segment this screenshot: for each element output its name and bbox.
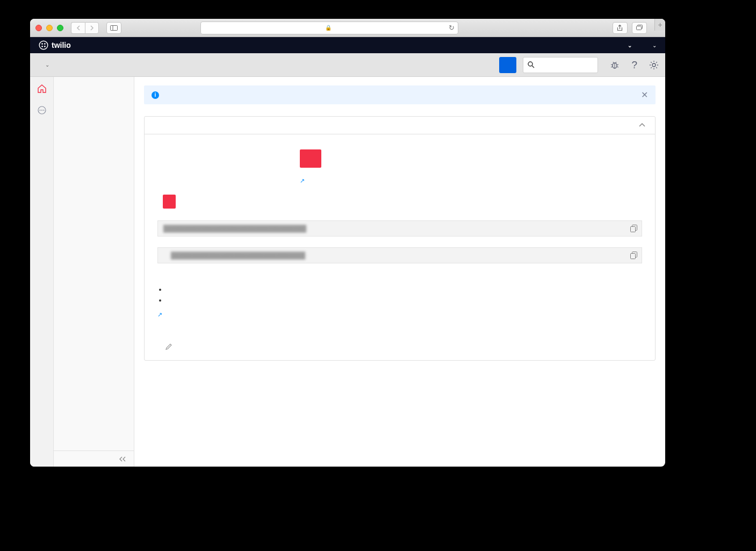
sidebar-item-dashboard[interactable] — [54, 84, 134, 92]
project-info-panel: ↗ XXXXXXXXXXXXXXXXXXXXXXXXXXXXXXXXXX — [144, 116, 656, 361]
svg-point-19 — [652, 63, 656, 67]
referral-dashboard-button[interactable] — [163, 195, 176, 209]
svg-point-6 — [44, 43, 46, 45]
bottom-grid — [157, 338, 642, 350]
home-icon[interactable] — [37, 83, 47, 94]
window-controls — [35, 25, 63, 31]
project-selector[interactable]: ⌄ — [37, 62, 49, 68]
copy-icon[interactable] — [630, 252, 637, 259]
info-banner: i ✕ — [144, 85, 656, 104]
browser-window: 🔒 ↻ + twilio ⌄ — [30, 19, 665, 467]
tool-icons: ? — [610, 59, 659, 71]
url-bar[interactable]: 🔒 ↻ — [200, 22, 458, 34]
chevron-down-icon: ⌄ — [628, 42, 633, 48]
auth-token-field[interactable]: XXXXXXXXXXXXXXXXXXXXXXXXXXXXXXXX — [157, 247, 642, 263]
svg-point-4 — [39, 41, 48, 49]
forward-button[interactable] — [85, 22, 99, 34]
new-tab-button[interactable]: + — [654, 19, 665, 31]
main-wrap: i ✕ — [30, 77, 665, 467]
referral-row — [157, 195, 642, 209]
share-button[interactable] — [613, 22, 628, 34]
auth-token-value: XXXXXXXXXXXXXXXXXXXXXXXXXXXXXXXX — [171, 252, 305, 260]
content: i ✕ — [134, 77, 665, 467]
search-input[interactable] — [538, 61, 593, 69]
sidebar-item-usage[interactable] — [54, 99, 134, 107]
twilio-logo[interactable]: twilio — [39, 40, 71, 50]
svg-point-5 — [41, 43, 43, 45]
svg-point-8 — [44, 46, 46, 47]
upgrade-project-button[interactable] — [499, 57, 516, 73]
sidebar — [54, 77, 134, 467]
svg-point-22 — [41, 110, 42, 111]
chevron-up-icon — [639, 123, 645, 127]
docs-menu[interactable]: ⌄ — [623, 42, 633, 48]
trial-info: ↗ — [157, 285, 642, 318]
svg-line-17 — [613, 62, 614, 63]
close-icon[interactable]: ✕ — [641, 90, 648, 100]
svg-point-7 — [41, 46, 43, 47]
project-bar: ⌄ ? — [30, 53, 665, 77]
svg-point-21 — [39, 110, 40, 111]
twilio-topbar: twilio ⌄ ⌄ — [30, 37, 665, 53]
help-icon[interactable]: ? — [631, 59, 637, 71]
account-sid-field[interactable]: XXXXXXXXXXXXXXXXXXXXXXXXXXXXXXXXXX — [157, 220, 642, 237]
twilio-wordmark: twilio — [52, 41, 71, 49]
user-menu[interactable]: ⌄ — [648, 42, 657, 48]
tabs-button[interactable] — [632, 22, 647, 34]
svg-point-9 — [528, 62, 532, 66]
external-link-icon: ↗ — [157, 311, 162, 318]
your-trial-link[interactable]: ↗ — [157, 310, 162, 318]
collapse-sidebar-button[interactable] — [54, 450, 134, 467]
get-trial-number-button[interactable] — [300, 149, 321, 168]
svg-rect-25 — [631, 227, 636, 232]
panel-header[interactable] — [145, 117, 655, 134]
back-button[interactable] — [71, 22, 85, 34]
svg-rect-0 — [111, 25, 118, 30]
svg-point-23 — [43, 110, 44, 111]
lock-icon: 🔒 — [325, 25, 332, 31]
nav-buttons — [71, 22, 99, 34]
search-box[interactable] — [523, 57, 598, 73]
twilio-logo-icon — [39, 40, 48, 50]
debug-icon[interactable] — [610, 60, 620, 70]
copy-icon[interactable] — [630, 225, 637, 232]
panel-body: ↗ XXXXXXXXXXXXXXXXXXXXXXXXXXXXXXXXXX — [145, 134, 655, 360]
external-link-icon: ↗ — [300, 177, 305, 184]
maximize-window-button[interactable] — [57, 25, 63, 31]
icon-rail — [30, 77, 54, 467]
close-window-button[interactable] — [35, 25, 42, 31]
more-icon[interactable] — [37, 105, 47, 116]
numbers-link[interactable]: ↗ — [300, 176, 305, 184]
sidebar-toggle-button[interactable] — [106, 22, 121, 34]
edit-pencil-icon[interactable] — [165, 343, 172, 350]
project-name-col — [157, 338, 286, 350]
info-icon: i — [152, 91, 159, 99]
svg-line-13 — [611, 65, 613, 65]
settings-gear-icon[interactable] — [649, 60, 659, 70]
learn-more-line: ↗ — [157, 310, 642, 318]
svg-line-18 — [616, 62, 616, 63]
chevron-left-double-icon — [119, 456, 126, 462]
trial-bullet-2 — [167, 296, 642, 304]
svg-line-15 — [611, 67, 613, 67]
svg-rect-3 — [636, 26, 641, 30]
chevron-down-icon: ⌄ — [652, 42, 657, 48]
sidebar-item-upgrade[interactable] — [54, 115, 134, 122]
chrome-right — [613, 22, 647, 34]
svg-line-14 — [617, 65, 618, 65]
browser-chrome: 🔒 ↻ + — [30, 19, 665, 37]
reload-button[interactable]: ↻ — [449, 24, 455, 32]
svg-line-16 — [617, 67, 618, 67]
minimize-window-button[interactable] — [46, 25, 53, 31]
account-sid-value: XXXXXXXXXXXXXXXXXXXXXXXXXXXXXXXXXX — [163, 225, 306, 233]
sidebar-item-settings[interactable] — [54, 107, 134, 115]
search-icon — [528, 61, 535, 68]
sidebar-item-billing[interactable] — [54, 92, 134, 99]
trial-bullet-1 — [167, 285, 642, 294]
svg-rect-27 — [631, 254, 636, 259]
svg-line-10 — [532, 66, 534, 68]
chevron-down-icon: ⌄ — [45, 62, 49, 68]
